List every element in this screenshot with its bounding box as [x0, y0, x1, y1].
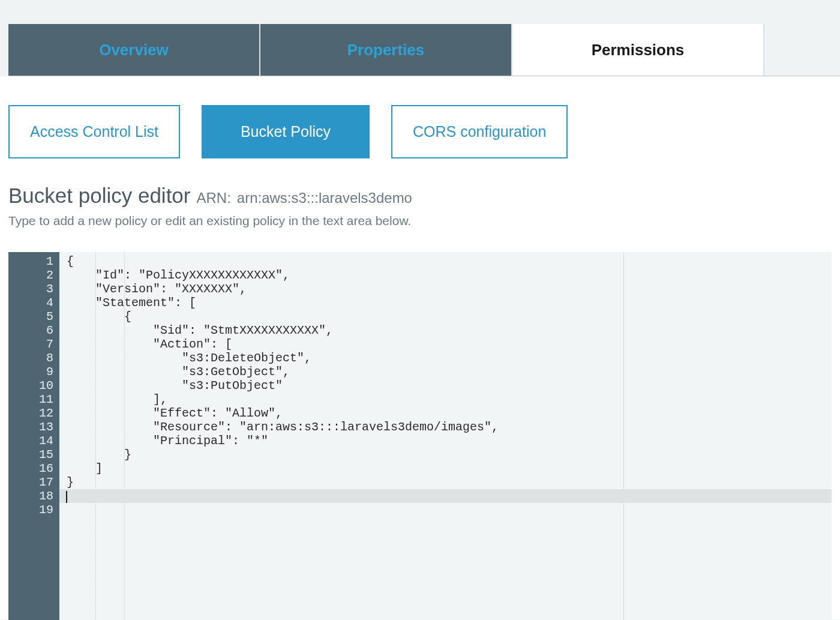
gutter-line: 10 [8, 379, 53, 393]
gutter-line: 8 [8, 351, 53, 365]
subtab-bucket-policy[interactable]: Bucket Policy [202, 105, 370, 158]
gutter-line: 4 [8, 296, 53, 310]
permissions-subtabs: Access Control List Bucket Policy CORS c… [8, 76, 832, 158]
gutter-line: 12 [8, 406, 53, 420]
code-editor[interactable]: 12345678910111213141516171819 { "Id": "P… [8, 252, 832, 620]
code-line[interactable]: { [67, 310, 832, 324]
code-line[interactable]: ] [67, 462, 832, 475]
code-line[interactable] [67, 489, 832, 503]
gutter-line: 14 [8, 434, 53, 448]
code-line[interactable]: "s3:DeleteObject", [67, 351, 832, 365]
code-line[interactable]: { [67, 254, 832, 268]
gutter-line: 2 [8, 268, 53, 282]
gutter-line: 17 [8, 475, 53, 489]
code-line[interactable]: ], [67, 393, 832, 406]
code-line[interactable]: "Resource": "arn:aws:s3:::laravels3demo/… [67, 420, 832, 434]
gutter-line: 11 [8, 393, 53, 406]
gutter-line: 6 [8, 324, 53, 337]
code-gutter: 12345678910111213141516171819 [8, 252, 59, 620]
gutter-line: 19 [8, 503, 53, 517]
code-area[interactable]: { "Id": "PolicyXXXXXXXXXXXX", "Version":… [59, 252, 832, 620]
gutter-line: 1 [8, 254, 53, 268]
gutter-line: 18 [8, 489, 53, 503]
code-line[interactable]: } [67, 475, 832, 489]
editor-arn-label: ARN: [196, 190, 230, 206]
gutter-line: 13 [8, 420, 53, 434]
code-line[interactable] [67, 503, 832, 517]
tab-overview[interactable]: Overview [8, 24, 260, 76]
code-line[interactable]: "Effect": "Allow", [67, 406, 832, 420]
subtab-acl[interactable]: Access Control List [8, 105, 180, 158]
code-line[interactable]: "Id": "PolicyXXXXXXXXXXXX", [67, 268, 832, 282]
text-cursor [66, 491, 67, 503]
gutter-line: 7 [8, 337, 53, 351]
main-tabs: Overview Properties Permissions [8, 24, 840, 76]
code-line[interactable]: "s3:PutObject" [67, 379, 832, 393]
permissions-panel: Access Control List Bucket Policy CORS c… [0, 76, 840, 619]
gutter-line: 3 [8, 282, 53, 296]
gutter-line: 9 [8, 365, 53, 379]
gutter-line: 15 [8, 448, 53, 462]
tab-properties[interactable]: Properties [260, 24, 512, 76]
subtab-cors[interactable]: CORS configuration [391, 105, 568, 158]
code-line[interactable]: "s3:GetObject", [67, 365, 832, 379]
code-line[interactable]: "Principal": "*" [67, 434, 832, 448]
code-line[interactable]: "Version": "XXXXXXX", [67, 282, 832, 296]
tab-permissions[interactable]: Permissions [512, 24, 764, 76]
editor-header: Bucket policy editor ARN: arn:aws:s3:::l… [8, 184, 832, 228]
editor-subtitle: Type to add a new policy or edit an exis… [8, 214, 832, 228]
editor-arn-value: arn:aws:s3:::laravels3demo [237, 190, 412, 206]
gutter-line: 5 [8, 310, 53, 324]
code-line[interactable]: "Action": [ [67, 337, 832, 351]
code-line[interactable]: "Sid": "StmtXXXXXXXXXXX", [67, 324, 832, 337]
editor-title: Bucket policy editor [8, 184, 190, 208]
gutter-line: 16 [8, 462, 53, 475]
code-line[interactable]: } [67, 448, 832, 462]
code-line[interactable]: "Statement": [ [67, 296, 832, 310]
